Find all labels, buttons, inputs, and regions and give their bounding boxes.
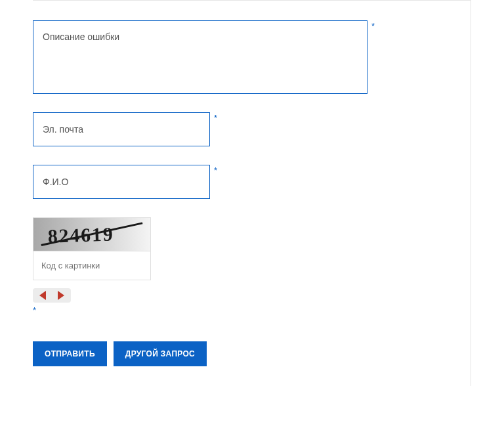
captcha-input[interactable] [33,251,150,280]
email-field[interactable] [33,112,210,146]
fullname-row: * [33,165,471,199]
captcha-block: 824619 [33,217,151,280]
description-textarea[interactable] [33,20,368,94]
other-request-button[interactable]: ДРУГОЙ ЗАПРОС [114,341,207,366]
fullname-field[interactable] [33,165,210,199]
button-row: ОТПРАВИТЬ ДРУГОЙ ЗАПРОС [33,341,471,366]
required-mark: * [33,305,471,315]
required-mark: * [371,20,375,30]
top-divider [33,0,471,1]
captcha-controls [33,288,71,303]
description-row: * [33,20,471,94]
required-mark: * [214,165,217,175]
required-mark: * [214,112,217,122]
email-row: * [33,112,471,146]
captcha-prev-icon[interactable] [39,291,46,300]
captcha-next-icon[interactable] [58,291,64,300]
captcha-image: 824619 [33,218,150,251]
error-report-form: * * * 824619 * ОТПРАВИТЬ ДРУГОЙ ЗАПРОС [0,0,504,399]
captcha-text: 824619 [47,223,114,247]
submit-button[interactable]: ОТПРАВИТЬ [33,341,107,366]
